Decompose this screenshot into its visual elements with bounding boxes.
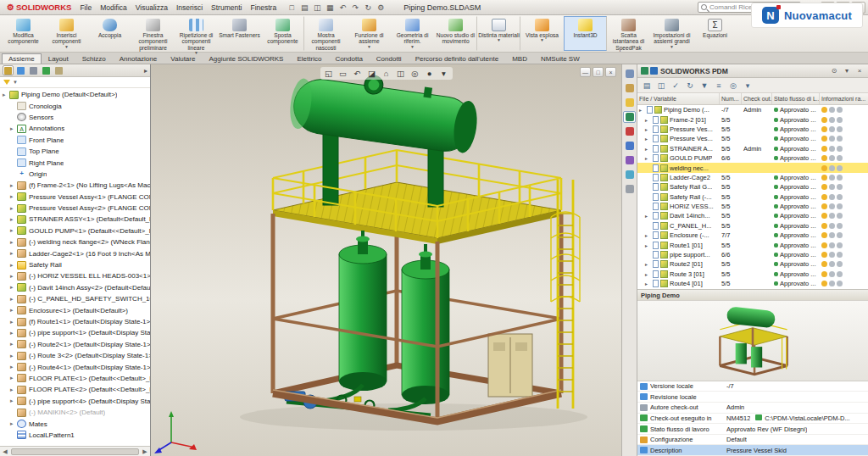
doc-restore-icon[interactable]: □: [593, 67, 604, 77]
chevron-down-icon[interactable]: ▼: [540, 38, 544, 42]
expand-arrow-icon[interactable]: ▸: [10, 284, 17, 291]
expand-arrow-icon[interactable]: ▸: [10, 420, 17, 427]
pdm-file-row[interactable]: ▸ HORIZ VESS... 5/5 Approvato ...: [637, 202, 868, 211]
feature-tree-item[interactable]: ▸ Right Plane: [0, 157, 150, 168]
scroll-left-icon[interactable]: ◀: [0, 448, 10, 455]
pdm-property-row[interactable]: Autore check-out Admin: [637, 403, 868, 414]
expand-arrow-icon[interactable]: ▸: [10, 375, 17, 381]
menu-item[interactable]: File: [75, 3, 96, 13]
feature-tree-item[interactable]: ▸ GOULD PUMP<1> (Default<<Default>_Displ…: [0, 225, 150, 236]
flyout-arrow-icon[interactable]: ▸: [144, 67, 147, 75]
feature-tree-item[interactable]: ▸ (-) Route4<1> (Default<Display State-1…: [0, 361, 150, 372]
ribbon-button[interactable]: Equazioni ▼: [693, 16, 737, 51]
column-checkout[interactable]: Check out...: [742, 93, 772, 104]
expand-arrow-icon[interactable]: ▸: [10, 353, 17, 359]
refresh-icon[interactable]: ↻: [684, 80, 696, 92]
pdm-file-row[interactable]: ▸ Safety Rail G... 5/5 Approvato ...: [637, 182, 868, 192]
pdm-property-row[interactable]: Check-out eseguito in NM4512 C:\PDM-Vist…: [637, 414, 868, 425]
scrollbar-thumb[interactable]: [11, 448, 139, 455]
zoom-area-icon[interactable]: ▭: [337, 67, 350, 80]
pdm-file-row[interactable]: ▸ pipe support... 6/6 Approvato ...: [637, 250, 868, 259]
commandmanager-tab[interactable]: NMSuite SW: [534, 53, 587, 64]
ribbon-button[interactable]: Modifica componente ▼: [2, 16, 45, 51]
expand-arrow-icon[interactable]: ▸: [645, 213, 651, 219]
displaymanager-tab-icon[interactable]: [53, 65, 64, 75]
feature-tree-item[interactable]: ▸ (f) Frame-2<1> (No Lifting Lugs<As Mac…: [0, 180, 150, 191]
ribbon-button[interactable]: Scatta istantanea di SpeedPak ▼: [607, 16, 650, 51]
options-icon[interactable]: ⚙: [375, 2, 387, 13]
commandmanager-tab[interactable]: MBD: [505, 53, 534, 64]
view-orientation-icon[interactable]: ⌂: [380, 67, 393, 80]
expand-arrow-icon[interactable]: ▸: [10, 341, 17, 348]
column-info[interactable]: Informazioni ra...: [820, 93, 868, 104]
ribbon-button[interactable]: Smart Fasteners ▼: [218, 16, 261, 51]
hide-show-items-icon[interactable]: ◎: [409, 67, 422, 80]
expand-arrow-icon[interactable]: ▸: [645, 146, 651, 152]
ribbon-button[interactable]: Mostra componenti nascosti ▼: [304, 16, 348, 51]
pdm-file-row[interactable]: ▸ Route4 [01] 5/5 Approvato ...: [637, 279, 868, 288]
feature-tree-item[interactable]: ▸ (-) HORIZ VESSEL ELL HEADS-003<1> (Def…: [0, 270, 150, 281]
pdm-property-row[interactable]: Revisione locale: [637, 392, 868, 403]
feature-tree-item[interactable]: ▸ (-) welding neck flange<2> (WNeck Flan…: [0, 236, 150, 247]
column-num[interactable]: Num...: [720, 93, 742, 104]
ribbon-button[interactable]: Geometria di riferim. ▼: [391, 16, 434, 51]
previous-view-icon[interactable]: ↶: [351, 67, 364, 80]
pdm-file-row[interactable]: ▸ Route2 [01] 5/5 Approvato ...: [637, 259, 868, 269]
feature-tree-item[interactable]: ▸ FLOOR PLATE<2> (Default<<Default>_Disp…: [0, 384, 150, 395]
chevron-down-icon[interactable]: ▼: [670, 45, 674, 49]
display-style-icon[interactable]: ◫: [394, 67, 408, 80]
ribbon-button[interactable]: Distinta materiali ▼: [477, 16, 520, 51]
pdm-file-row[interactable]: ▸ GOULD PUMP 6/6 Approvato ...: [637, 153, 868, 163]
rebuild-icon[interactable]: ↻: [362, 2, 374, 13]
menu-item[interactable]: Modifica: [96, 3, 131, 13]
print-icon[interactable]: ▦: [324, 2, 336, 13]
custom-properties-icon[interactable]: [623, 154, 636, 166]
commandmanager-tab[interactable]: Annotazione: [113, 53, 164, 64]
get-latest-icon[interactable]: ▼: [698, 80, 710, 92]
feature-tree-item[interactable]: ▸ FLOOR PLATE<1> (Default<<Default>_Disp…: [0, 373, 150, 384]
3d-model-piping-skid[interactable]: [151, 64, 621, 456]
commandmanager-tab[interactable]: Condotta: [328, 53, 369, 64]
chevron-down-icon[interactable]: ▼: [497, 38, 501, 42]
doc-minimize-icon[interactable]: —: [580, 67, 591, 77]
expand-arrow-icon[interactable]: ▸: [639, 107, 645, 113]
vertical-vessel-1[interactable]: [339, 231, 387, 391]
feature-tree-item[interactable]: ▸ Mates: [0, 418, 150, 429]
expand-arrow-icon[interactable]: ▸: [645, 261, 651, 267]
feature-tree-item[interactable]: ▸ Piping Demo (Default<Default>): [0, 89, 150, 100]
expand-arrow-icon[interactable]: ▸: [10, 386, 17, 393]
vertical-vessel-2[interactable]: [402, 244, 449, 404]
expand-arrow-icon[interactable]: ▸: [10, 319, 17, 325]
feature-tree-item[interactable]: ▸ Safety Rail: [0, 259, 150, 270]
menu-item[interactable]: Finestra: [246, 3, 281, 13]
chevron-down-icon[interactable]: ▼: [194, 51, 198, 55]
expand-arrow-icon[interactable]: ▸: [645, 271, 651, 277]
expand-arrow-icon[interactable]: ▸: [645, 117, 651, 123]
menu-item[interactable]: Visualizza: [131, 3, 172, 13]
scroll-right-icon[interactable]: ▶: [140, 448, 150, 455]
pdm-property-row[interactable]: Stato flusso di lavoro Approvato Rev (WF…: [637, 424, 868, 435]
history-icon[interactable]: ≡: [713, 80, 725, 92]
expand-arrow-icon[interactable]: ▸: [10, 307, 17, 314]
pdm-file-row[interactable]: ▸ Ladder-Cage2 5/5 Approvato ...: [637, 173, 868, 182]
undo-icon[interactable]: ↶: [337, 2, 348, 13]
commandmanager-tab[interactable]: Schizzo: [75, 53, 113, 64]
ribbon-button[interactable]: Sposta componente ▼: [261, 16, 304, 51]
configurationmanager-tab-icon[interactable]: [28, 65, 39, 75]
pdm-file-row[interactable]: ▸ Pressure Ves... 5/5 Approvato ...: [637, 125, 868, 134]
chevron-down-icon[interactable]: ▼: [64, 45, 69, 49]
expand-arrow-icon[interactable]: ▸: [645, 232, 651, 238]
expand-arrow-icon[interactable]: ▸: [10, 250, 17, 257]
file-explorer-icon[interactable]: [623, 97, 636, 108]
new-document-icon[interactable]: □: [286, 2, 298, 13]
tree-filter[interactable]: ▼: [0, 77, 150, 88]
chevron-down-icon[interactable]: ▼: [410, 45, 415, 49]
expand-arrow-icon[interactable]: ▸: [10, 227, 17, 234]
feature-tree-item[interactable]: ▸ (-) pipe support<1> (Default<Display S…: [0, 327, 150, 338]
ribbon-button[interactable]: Finestra componenti preliminare ▼: [131, 16, 175, 51]
ribbon-button[interactable]: Vista esplosa ▼: [520, 16, 564, 51]
vault-view-icon[interactable]: ▤: [641, 80, 653, 92]
pdm-file-row[interactable]: ▸ Route1 [01] 5/5 Approvato ...: [637, 240, 868, 249]
ribbon-button[interactable]: Nuovo studio di movimento ▼: [434, 16, 477, 51]
chevron-down-icon[interactable]: ▼: [13, 80, 18, 85]
